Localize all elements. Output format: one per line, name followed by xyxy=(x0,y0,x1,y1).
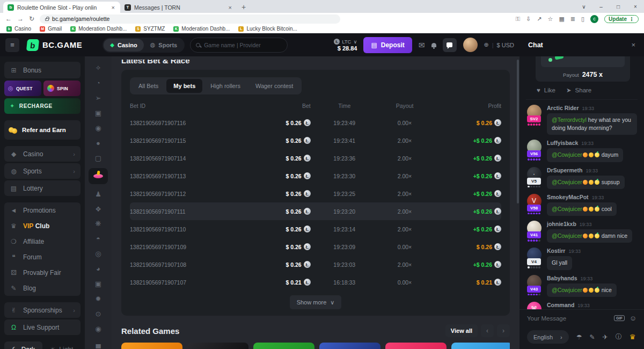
reading-list-icon[interactable]: ≣ xyxy=(570,16,575,23)
browser-tab-roulette[interactable]: b Roulette Online Slot - Play onlin × xyxy=(3,2,120,13)
sidebar-item-promotions[interactable]: ◄ Promotions xyxy=(4,202,80,218)
table-row[interactable]: 138219056971907109 $ 0.26 Ł 19:23:09 0.0… xyxy=(130,238,501,256)
game-night-blue[interactable] xyxy=(319,343,380,349)
fire-icon[interactable]: ❋ xyxy=(91,219,106,229)
share-icon[interactable]: ↗ xyxy=(537,16,541,23)
table-row[interactable]: 138219056971907111 $ 0.26 Ł 19:23:20 2.0… xyxy=(130,202,501,220)
sidebar-item-forum[interactable]: ❝ Forum xyxy=(4,249,80,265)
show-more-button[interactable]: Show more ∨ xyxy=(290,295,342,309)
window-close-icon[interactable]: × xyxy=(627,4,644,10)
theme-light-button[interactable]: ☀ Light xyxy=(42,341,80,349)
sidebar-item-lottery[interactable]: ▤ Lottery xyxy=(4,180,80,196)
table-row[interactable]: 138219056971907108 $ 0.26 Ł 19:23:03 2.0… xyxy=(130,256,501,273)
rocket-icon[interactable]: ➢ xyxy=(91,93,106,103)
chat-username[interactable]: SmokeyMacPot xyxy=(547,194,589,200)
mention[interactable]: @Cowjuicer xyxy=(552,287,582,293)
carousel-next-icon[interactable]: › xyxy=(497,324,510,337)
browser-tab-torn[interactable]: T Messages | TORN × xyxy=(120,2,237,13)
profile-avatar[interactable]: c xyxy=(590,15,598,23)
bookmark-item[interactable]: S SYZTMZ xyxy=(135,26,165,32)
bookmark-item[interactable]: L Lucky Block Bitcoin... xyxy=(238,26,297,32)
nav-casino-tab[interactable]: ◆ Casino xyxy=(104,39,143,52)
sidebar-item-sports[interactable]: ◍ Sports› xyxy=(4,163,80,179)
chat-language-select[interactable]: English › xyxy=(527,330,569,344)
eye-icon[interactable]: ◉ xyxy=(91,324,106,334)
sidebar-item-blog[interactable]: ✎ Blog xyxy=(4,280,80,296)
game-search-input[interactable]: Game name | Provider xyxy=(190,38,288,53)
wallet-balance[interactable]: Ł LTC ∨ $ 28.84 xyxy=(334,39,357,52)
notifications-bell-icon[interactable] xyxy=(431,43,436,47)
nav-sports-tab[interactable]: ◍ Sports xyxy=(144,39,184,52)
table-row[interactable]: 138219056971907113 $ 0.26 Ł 19:23:30 2.0… xyxy=(130,167,501,185)
helmet-icon[interactable]: ◓ xyxy=(91,234,106,244)
mine-icon[interactable]: ♟ xyxy=(91,189,106,199)
car-icon[interactable]: ▄ xyxy=(91,339,106,349)
chat-message-input[interactable]: Your Message GIF ☺ xyxy=(519,309,644,326)
forward-icon[interactable]: → xyxy=(17,15,24,23)
window-restore-icon[interactable]: □ xyxy=(610,4,627,10)
sidebar-item-vip-club[interactable]: ♛ VIP Club xyxy=(4,218,80,234)
chat-username[interactable]: Command xyxy=(547,302,574,308)
main-scrollbar[interactable] xyxy=(517,60,519,203)
plinko-icon[interactable]: ◔ xyxy=(91,78,106,88)
sidebar-item-provably-fair[interactable]: ⚄ Provably Fair xyxy=(4,265,80,280)
back-icon[interactable]: ← xyxy=(5,15,12,23)
table-row[interactable]: 138219056971907115 $ 0.26 Ł 19:23:41 2.0… xyxy=(130,132,501,149)
boost-icon[interactable]: ✈ xyxy=(603,333,608,341)
side-panel-icon[interactable]: ▯ xyxy=(581,16,584,23)
sidebar-item-bonus[interactable]: ⊞ Bonus xyxy=(4,62,80,78)
keno-icon[interactable]: ❖ xyxy=(91,204,106,214)
extensions-icon[interactable]: ▦ xyxy=(559,16,564,23)
table-row[interactable]: 138219056971907112 $ 0.26 Ł 19:23:25 2.0… xyxy=(130,185,501,202)
chat-username[interactable]: Babyhands xyxy=(547,275,577,281)
shared-win-card[interactable]: Payout 2475 x xyxy=(536,56,630,82)
game-green[interactable] xyxy=(253,343,314,349)
bets-tab-high-rollers[interactable]: High rollers xyxy=(203,79,247,93)
chat-avatar[interactable]: ⌘ xyxy=(527,302,541,309)
bookmark-item[interactable]: K Moderation Dashb... xyxy=(173,26,230,32)
mention[interactable]: @Cowjuicer xyxy=(552,179,582,185)
share-button[interactable]: ➤Share xyxy=(566,86,591,94)
frame-icon[interactable]: ▢ xyxy=(91,153,106,163)
chat-username[interactable]: Kostirr xyxy=(547,248,565,254)
carousel-prev-icon[interactable]: ‹ xyxy=(481,324,494,337)
bookmark-item[interactable]: M Gmail xyxy=(40,26,62,32)
sidebar-item-affiliate[interactable]: ❍ Affiliate xyxy=(4,234,80,249)
sidebar-item-live-support[interactable]: Ω Live Support xyxy=(4,319,80,335)
crash-icon[interactable]: ✧ xyxy=(91,63,106,73)
spin-button[interactable]: SPIN xyxy=(43,81,80,96)
game-orange[interactable] xyxy=(121,343,182,349)
tab-close-icon[interactable]: × xyxy=(228,4,233,11)
robot-icon[interactable]: ▣ xyxy=(91,279,106,289)
sidebar-item-sponsorships[interactable]: ✌ Sponsorships› xyxy=(4,302,80,318)
trophy-icon[interactable]: ♛ xyxy=(630,333,636,341)
chat-username[interactable]: Luffyisback xyxy=(547,140,578,146)
game-pink[interactable] xyxy=(385,343,447,349)
reload-icon[interactable]: ↻ xyxy=(29,15,34,23)
table-row[interactable]: 138219056971907114 $ 0.26 Ł 19:23:36 2.0… xyxy=(130,149,501,167)
draw-icon[interactable]: ✎ xyxy=(590,333,595,341)
sidebar-item-casino[interactable]: ◆ Casino› xyxy=(4,146,80,162)
tab-close-icon[interactable]: × xyxy=(111,4,116,11)
hamburger-menu-icon[interactable]: ≡ xyxy=(5,38,19,52)
chat-username[interactable]: johnie1kxb xyxy=(547,221,576,227)
deposit-button[interactable]: ▤ Deposit xyxy=(363,37,412,53)
bets-tab-all-bets[interactable]: All Bets xyxy=(131,79,165,93)
chips-icon[interactable]: ◉ xyxy=(91,123,106,133)
bookmark-item[interactable]: b Casino xyxy=(6,26,31,32)
bookmark-star-icon[interactable]: ☆ xyxy=(548,16,553,23)
table-row[interactable]: 138219056971907107 $ 0.21 Ł 16:18:33 0.0… xyxy=(130,273,501,291)
bets-tab-my-bets[interactable]: My bets xyxy=(166,79,202,93)
currency-display[interactable]: ⊕ | $ USD xyxy=(484,41,514,48)
ball-icon[interactable]: ◕ xyxy=(91,264,106,274)
chat-username[interactable]: Arctic Rider xyxy=(547,105,579,111)
password-key-icon[interactable]: ⚿ xyxy=(516,16,520,23)
bomb-icon[interactable]: ● xyxy=(91,138,106,148)
new-tab-button[interactable]: + xyxy=(241,3,246,11)
mention[interactable]: @Cowjuicer xyxy=(552,206,582,212)
chat-username[interactable]: DrSupermeth xyxy=(547,167,583,173)
quest-button[interactable]: ◎ QUEST xyxy=(4,81,41,96)
rain-icon[interactable]: ☂ xyxy=(576,333,582,341)
view-all-button[interactable]: View all xyxy=(445,324,478,337)
mention[interactable]: @Cowjuicer xyxy=(552,232,582,239)
